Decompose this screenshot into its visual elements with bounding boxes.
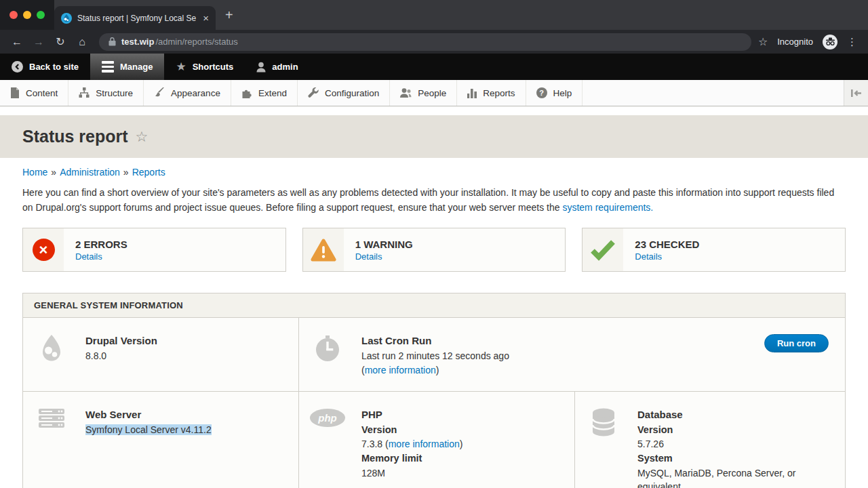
menu-item-label: People <box>418 88 446 98</box>
menu-item-help[interactable]: ? Help <box>526 80 583 106</box>
incognito-label: Incognito <box>777 37 813 47</box>
browser-tab[interactable]: Status report | Symfony Local Se × <box>54 6 216 30</box>
intro-paragraph: Here you can find a short overview of yo… <box>22 185 846 215</box>
shortcuts-star-icon: ★ <box>176 61 186 73</box>
back-icon[interactable]: ← <box>7 33 27 52</box>
menu-item-label: Help <box>553 88 572 98</box>
drupal-admin-menu: Content Structure Appearance Extend Conf… <box>0 80 868 106</box>
php-memory-label: Memory limit <box>361 451 462 466</box>
favorite-star-icon[interactable]: ☆ <box>136 129 149 145</box>
errors-details-link[interactable]: Details <box>75 251 127 262</box>
warning-icon <box>311 239 336 262</box>
menu-item-reports[interactable]: Reports <box>457 80 526 106</box>
drupal-favicon <box>61 13 72 24</box>
php-more-information-link[interactable]: more information <box>389 439 460 449</box>
appearance-icon <box>154 87 165 98</box>
menu-item-label: Appearance <box>171 88 220 98</box>
php-version-label: Version <box>361 423 462 437</box>
manage-tab[interactable]: Manage <box>90 54 164 80</box>
php-title: PHP <box>361 407 462 422</box>
web-server-title: Web Server <box>85 407 212 422</box>
tab-close-icon[interactable]: × <box>203 12 209 24</box>
warnings-card: 1 WARNING Details <box>302 228 566 272</box>
url-path: /admin/reports/status <box>155 37 237 47</box>
collapse-orientation-icon <box>850 89 862 98</box>
last-cron-run-title: Last Cron Run <box>361 333 509 348</box>
menu-item-people[interactable]: People <box>390 80 457 106</box>
intro-text: Here you can find a short overview of yo… <box>22 187 834 213</box>
run-cron-button[interactable]: Run cron <box>764 334 829 352</box>
database-system-value: MySQL, MariaDB, Percona Server, or equiv… <box>637 466 834 488</box>
last-cron-run-cell: Last Cron Run Last run 2 minutes 12 seco… <box>298 317 845 391</box>
warnings-count-label: 1 WARNING <box>355 239 413 250</box>
manage-menu-icon <box>102 61 114 73</box>
php-cell: php PHP Version 7.3.8 (more information)… <box>298 391 574 488</box>
menu-item-label: Reports <box>483 88 515 98</box>
window-zoom-button[interactable] <box>37 11 45 19</box>
breadcrumb-home-link[interactable]: Home <box>22 167 47 178</box>
drupal-version-cell: Drupal Version 8.8.0 <box>23 317 298 391</box>
content-icon <box>10 87 20 98</box>
drupal-version-title: Drupal Version <box>85 333 157 348</box>
incognito-icon <box>823 35 837 49</box>
breadcrumb-reports-link[interactable]: Reports <box>132 167 165 178</box>
database-system-label: System <box>637 451 834 466</box>
browser-toolbar: ← → ↻ ⌂ test.wip/admin/reports/status ☆ … <box>0 30 868 54</box>
error-icon: × <box>33 239 55 261</box>
back-to-site-button[interactable]: Back to site <box>0 54 90 80</box>
tab-title: Status report | Symfony Local Se <box>77 14 199 23</box>
shortcuts-tab[interactable]: ★ Shortcuts <box>164 54 245 80</box>
url-host: test.wip <box>121 37 154 47</box>
drupal-admin-toolbar: Back to site Manage ★ Shortcuts admin <box>0 54 868 80</box>
menu-item-label: Configuration <box>325 88 379 98</box>
menu-item-label: Extend <box>258 88 287 98</box>
server-icon <box>38 407 65 429</box>
user-menu[interactable]: admin <box>245 54 309 80</box>
back-to-site-label: Back to site <box>29 62 79 72</box>
page-header: Status report ☆ <box>0 115 868 158</box>
bookmark-star-icon[interactable]: ☆ <box>758 35 768 48</box>
home-icon[interactable]: ⌂ <box>72 33 92 52</box>
window-close-button[interactable] <box>9 11 18 19</box>
address-bar[interactable]: test.wip/admin/reports/status <box>99 33 751 51</box>
configuration-icon <box>308 87 319 98</box>
back-to-site-icon <box>12 61 23 73</box>
general-system-information-section: GENERAL SYSTEM INFORMATION Drupal Versio… <box>22 293 846 488</box>
toolbar-collapse-button[interactable] <box>844 80 868 106</box>
window-minimize-button[interactable] <box>23 11 31 19</box>
cron-status-text: Last run 2 minutes 12 seconds ago <box>361 349 509 363</box>
checked-card: 23 CHECKED Details <box>582 228 846 272</box>
database-cell: Database Version 5.7.26 System MySQL, Ma… <box>574 391 845 488</box>
section-header: GENERAL SYSTEM INFORMATION <box>23 293 845 317</box>
checked-count-label: 23 CHECKED <box>635 239 699 250</box>
menu-item-appearance[interactable]: Appearance <box>144 80 231 106</box>
menu-item-content[interactable]: Content <box>0 80 68 106</box>
reload-icon[interactable]: ↻ <box>50 33 71 52</box>
extend-icon <box>241 87 252 98</box>
new-tab-icon[interactable]: + <box>225 8 233 22</box>
menu-item-configuration[interactable]: Configuration <box>298 80 390 106</box>
cron-more-information-link[interactable]: more information <box>365 365 436 375</box>
toolbar-right: ☆ Incognito ⋮ <box>758 35 861 49</box>
browser-menu-icon[interactable]: ⋮ <box>847 36 857 48</box>
system-requirements-link[interactable]: system requirements. <box>562 202 653 213</box>
php-memory-value: 128M <box>361 466 462 481</box>
checked-details-link[interactable]: Details <box>635 251 699 262</box>
check-icon <box>590 239 616 261</box>
breadcrumb-separator: » <box>47 167 60 178</box>
warnings-details-link[interactable]: Details <box>355 251 413 262</box>
database-icon <box>591 407 616 437</box>
forward-icon[interactable]: → <box>28 33 49 52</box>
database-title: Database <box>637 407 834 422</box>
database-version-label: Version <box>637 423 834 437</box>
menu-item-structure[interactable]: Structure <box>68 80 144 106</box>
breadcrumb-administration-link[interactable]: Administration <box>60 167 120 178</box>
menu-item-extend[interactable]: Extend <box>231 80 298 106</box>
shortcuts-label: Shortcuts <box>193 62 234 72</box>
user-label: admin <box>272 62 298 72</box>
errors-card: × 2 ERRORS Details <box>22 228 286 272</box>
status-summary-cards: × 2 ERRORS Details 1 WARNING Details <box>22 228 846 272</box>
menu-item-label: Content <box>26 88 58 98</box>
breadcrumb: Home»Administration»Reports <box>22 167 846 178</box>
drupal-version-value: 8.8.0 <box>85 349 157 363</box>
